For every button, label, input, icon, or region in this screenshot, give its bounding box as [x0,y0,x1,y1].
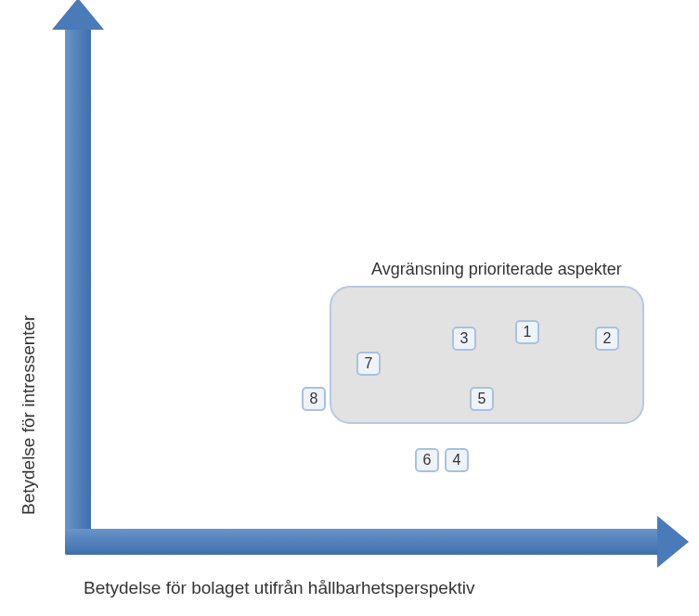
aspect-node-8: 8 [302,387,326,411]
aspect-node-5: 5 [470,387,494,411]
materiality-matrix: Avgränsning prioriterade aspekter 1 2 3 … [0,0,699,616]
aspect-node-4: 4 [445,448,469,472]
y-axis-label: Betydelse för intressenter [19,315,39,515]
aspect-node-7: 7 [356,352,381,376]
aspect-node-3: 3 [452,327,476,351]
aspect-node-1: 1 [515,320,539,344]
x-axis-label: Betydelse för bolaget utifrån hållbarhet… [84,578,474,598]
priority-region-label: Avgränsning prioriterade aspekter [371,260,622,279]
y-axis-arrowhead-icon [52,0,104,30]
y-axis [65,28,91,555]
aspect-node-6: 6 [415,448,439,472]
x-axis [65,529,659,555]
aspect-node-2: 2 [595,327,619,351]
x-axis-arrowhead-icon [657,516,689,568]
